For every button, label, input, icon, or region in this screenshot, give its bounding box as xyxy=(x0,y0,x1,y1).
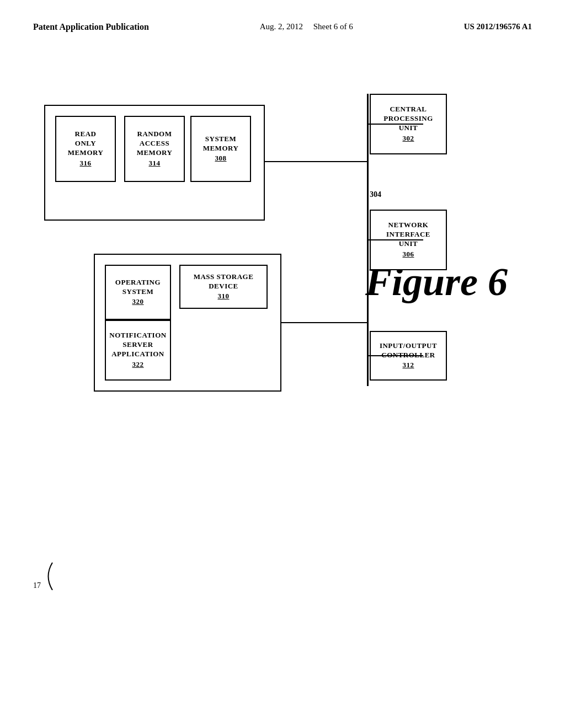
notification-box: NOTIFICATION SERVER APPLICATION 322 xyxy=(105,320,171,381)
io-line1: INPUT/OUTPUT xyxy=(380,341,437,351)
pub-date: Aug. 2, 2012 xyxy=(260,22,303,31)
sysmem-line2: MEMORY xyxy=(203,144,239,153)
rom-line3: MEMORY xyxy=(68,148,104,158)
system-memory-box: SYSTEM MEMORY 308 xyxy=(190,116,251,182)
sheet-info: Sheet 6 of 6 xyxy=(313,22,353,31)
header-center: Aug. 2, 2012 Sheet 6 of 6 xyxy=(260,22,353,31)
sysmem-ref: 308 xyxy=(215,154,227,163)
network-ref: 306 xyxy=(403,250,414,259)
massstorage-line2: DEVICE xyxy=(209,282,238,291)
network-line3: UNIT xyxy=(399,239,418,249)
h-line-storage xyxy=(281,322,368,323)
massstorage-line1: MASS STORAGE xyxy=(194,272,254,282)
cpu-ref: 302 xyxy=(403,134,414,143)
diagram-area: Figure 6 READ ONLY MEMORY 316 RANDOM ACC… xyxy=(28,83,524,579)
page-header: Patent Application Publication Aug. 2, 2… xyxy=(0,0,565,32)
rom-box: READ ONLY MEMORY 316 xyxy=(55,116,116,182)
ram-ref: 314 xyxy=(149,159,161,168)
ram-line3: MEMORY xyxy=(137,148,173,158)
notification-line3: APPLICATION xyxy=(111,350,164,359)
h-line-cpu xyxy=(368,124,423,125)
rom-line1: READ xyxy=(75,130,97,139)
patent-number: US 2012/196576 A1 xyxy=(464,22,532,31)
cpu-line3: UNIT xyxy=(399,124,418,133)
ref-17-bracket-icon xyxy=(44,563,61,590)
ram-line2: ACCESS xyxy=(140,139,169,148)
h-line-network xyxy=(368,239,423,240)
notification-line2: SERVER xyxy=(122,340,153,350)
network-line2: INTERFACE xyxy=(386,230,430,239)
cpu-line2: PROCESSING xyxy=(383,114,433,124)
massstorage-ref: 310 xyxy=(218,292,230,301)
os-line1: OPERATING xyxy=(115,278,161,287)
cpu-line1: CENTRAL xyxy=(390,105,427,114)
rom-line2: ONLY xyxy=(75,139,96,148)
rom-ref: 316 xyxy=(80,159,92,168)
ram-line1: RANDOM xyxy=(137,130,172,139)
ref-304-label: 304 xyxy=(370,190,381,199)
notification-line1: NOTIFICATION xyxy=(109,331,166,340)
ram-box: RANDOM ACCESS MEMORY 314 xyxy=(124,116,185,182)
io-ref: 312 xyxy=(403,361,414,370)
h-line-io xyxy=(368,355,423,356)
ref-17-number: 17 xyxy=(33,581,41,590)
os-line2: SYSTEM xyxy=(122,287,153,297)
notification-ref: 322 xyxy=(132,360,144,370)
os-box: OPERATING SYSTEM 320 xyxy=(105,265,171,320)
sysmem-line1: SYSTEM xyxy=(205,135,236,144)
ref-17-area: 17 xyxy=(33,563,61,590)
mass-storage-box: MASS STORAGE DEVICE 310 xyxy=(179,265,268,309)
network-line1: NETWORK xyxy=(388,221,429,230)
os-ref: 320 xyxy=(132,297,144,307)
h-line-memory xyxy=(265,161,368,162)
publication-title: Patent Application Publication xyxy=(33,22,149,32)
